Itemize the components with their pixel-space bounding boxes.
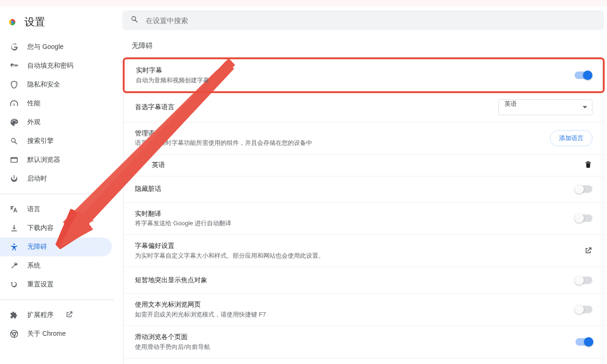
row-subtitle: 如需开启或关闭光标浏览模式，请使用快捷键 F7 bbox=[135, 310, 566, 319]
sidebar-item-reset[interactable]: 重置设置 bbox=[0, 275, 112, 294]
translate-icon bbox=[9, 205, 19, 214]
sidebar-item-label: 下载内容 bbox=[27, 224, 54, 232]
key-icon bbox=[9, 61, 19, 71]
row-title: 滑动浏览各个页面 bbox=[135, 332, 566, 342]
sidebar-item-you-google[interactable]: 您与 Google bbox=[0, 38, 112, 56]
page-title: 设置 bbox=[24, 15, 45, 29]
sidebar-item-label: 语言 bbox=[27, 205, 40, 214]
sidebar-item-label: 外观 bbox=[27, 118, 40, 127]
search-box[interactable] bbox=[122, 10, 604, 30]
row-subtitle: 使用滑动手势向后/向前导航 bbox=[135, 343, 566, 351]
brand-row: 设置 bbox=[0, 11, 122, 38]
toggle-swipe-navigation[interactable] bbox=[575, 338, 592, 346]
sidebar-item-label: 关于 Chrome bbox=[27, 330, 66, 338]
row-focus-highlight[interactable]: 短暂地突出显示焦点对象 bbox=[124, 267, 604, 293]
sidebar-item-about[interactable]: 关于 Chrome bbox=[0, 324, 112, 343]
row-title: 隐藏脏话 bbox=[135, 184, 566, 194]
sidebar-item-label: 系统 bbox=[27, 261, 40, 270]
select-preferred-language[interactable]: 英语 bbox=[498, 99, 592, 115]
chrome-logo-icon bbox=[8, 17, 17, 27]
sidebar-item-downloads[interactable]: 下载内容 bbox=[0, 219, 112, 237]
chrome-outline-icon bbox=[9, 329, 19, 339]
window-top-strip bbox=[0, 0, 607, 7]
sidebar-item-label: 搜索引擎 bbox=[27, 137, 54, 145]
sidebar-item-extensions[interactable]: 扩展程序 bbox=[0, 306, 112, 324]
toggle-live-translate[interactable] bbox=[575, 214, 592, 222]
sidebar-item-accessibility[interactable]: 无障碍 bbox=[0, 237, 112, 256]
shield-icon bbox=[9, 80, 19, 89]
toggle-caret-browsing[interactable] bbox=[575, 306, 592, 313]
extension-icon bbox=[9, 310, 19, 320]
sidebar-item-on-startup[interactable]: 启动时 bbox=[0, 169, 112, 188]
sidebar-item-label: 启动时 bbox=[27, 174, 47, 183]
sidebar-item-label: 自动填充和密码 bbox=[27, 62, 73, 70]
search-icon bbox=[9, 136, 19, 146]
row-preferred-language: 首选字幕语言 英语 bbox=[124, 92, 604, 122]
google-g-icon bbox=[9, 42, 19, 52]
sidebar-item-label: 扩展程序 bbox=[27, 311, 54, 319]
row-add-accessibility[interactable]: 添加无障碍功能 打开 Chrome 应用商店 bbox=[124, 358, 604, 364]
sidebar-item-autofill[interactable]: 自动填充和密码 bbox=[0, 56, 112, 75]
row-title: 管理语言 bbox=[135, 129, 541, 138]
row-title: 字幕偏好设置 bbox=[135, 241, 575, 251]
toggle-hide-profanity[interactable] bbox=[575, 185, 592, 193]
power-icon bbox=[9, 174, 19, 183]
row-caret-browsing[interactable]: 使用文本光标浏览网页 如需开启或关闭光标浏览模式，请使用快捷键 F7 bbox=[124, 293, 604, 325]
row-live-caption[interactable]: 实时字幕 自动为音频和视频创建字幕 bbox=[123, 57, 605, 93]
sidebar-item-label: 隐私和安全 bbox=[27, 80, 60, 89]
row-subtitle: 将字幕发送给 Google 进行自动翻译 bbox=[135, 219, 566, 228]
sidebar-item-system[interactable]: 系统 bbox=[0, 256, 112, 275]
palette-icon bbox=[9, 118, 19, 127]
delete-language-button[interactable] bbox=[584, 160, 592, 170]
language-label: 英语 bbox=[152, 161, 165, 169]
sidebar-item-label: 默认浏览器 bbox=[27, 156, 60, 164]
sidebar-item-label: 您与 Google bbox=[27, 43, 63, 51]
accessibility-icon bbox=[9, 242, 19, 252]
row-hide-profanity[interactable]: 隐藏脏话 bbox=[124, 176, 604, 202]
svg-point-3 bbox=[13, 244, 15, 245]
toggle-live-caption[interactable] bbox=[575, 71, 591, 79]
section-title: 无障碍 bbox=[132, 41, 607, 50]
divider bbox=[0, 300, 114, 300]
add-language-button[interactable]: 添加语言 bbox=[550, 130, 592, 146]
row-manage-languages: 管理语言 语言包是实时字幕功能所需使用的组件，并且会存储在您的设备中 添加语言 bbox=[124, 122, 604, 154]
row-subtitle: 语言包是实时字幕功能所需使用的组件，并且会存储在您的设备中 bbox=[135, 139, 541, 147]
sidebar-item-label: 重置设置 bbox=[27, 280, 54, 289]
select-value: 英语 bbox=[505, 100, 517, 107]
row-live-translate[interactable]: 实时翻译 将字幕发送给 Google 进行自动翻译 bbox=[124, 202, 604, 235]
row-subtitle: 为实时字幕自定义字幕大小和样式。部分应用和网站也会使用此设置。 bbox=[135, 252, 575, 260]
row-subtitle: 自动为音频和视频创建字幕 bbox=[136, 76, 565, 85]
row-swipe-navigation[interactable]: 滑动浏览各个页面 使用滑动手势向后/向前导航 bbox=[124, 325, 604, 358]
sidebar-item-privacy[interactable]: 隐私和安全 bbox=[0, 75, 112, 94]
wrench-icon bbox=[9, 261, 19, 270]
sidebar-item-appearance[interactable]: 外观 bbox=[0, 113, 112, 132]
row-caption-preferences[interactable]: 字幕偏好设置 为实时字幕自定义字幕大小和样式。部分应用和网站也会使用此设置。 bbox=[124, 234, 604, 267]
open-in-new-icon[interactable] bbox=[584, 246, 592, 255]
search-icon bbox=[130, 15, 139, 26]
sidebar-item-label: 性能 bbox=[27, 99, 40, 108]
open-in-new-icon bbox=[65, 310, 73, 320]
sidebar-item-label: 无障碍 bbox=[27, 243, 47, 251]
sidebar-item-languages[interactable]: 语言 bbox=[0, 200, 112, 219]
reset-icon bbox=[9, 280, 19, 289]
row-title: 短暂地突出显示焦点对象 bbox=[135, 276, 566, 285]
row-title: 首选字幕语言 bbox=[135, 103, 489, 112]
sidebar-item-default-browser[interactable]: 默认浏览器 bbox=[0, 150, 112, 169]
sidebar-item-search-engine[interactable]: 搜索引擎 bbox=[0, 132, 112, 150]
speedometer-icon bbox=[9, 99, 19, 108]
toggle-focus-highlight[interactable] bbox=[575, 277, 592, 284]
settings-panel: 实时字幕 自动为音频和视频创建字幕 首选字幕语言 英语 管理语言 bbox=[123, 58, 604, 364]
row-title: 使用文本光标浏览网页 bbox=[135, 300, 566, 309]
download-icon bbox=[9, 223, 19, 233]
language-item: 英语 bbox=[124, 154, 604, 176]
row-title: 实时翻译 bbox=[135, 209, 566, 219]
sidebar: 设置 您与 Google 自动填充和密码 隐私和安全 bbox=[0, 7, 122, 364]
row-title: 实时字幕 bbox=[136, 66, 565, 75]
sidebar-item-performance[interactable]: 性能 bbox=[0, 94, 112, 113]
divider bbox=[0, 194, 114, 194]
search-input[interactable] bbox=[145, 16, 597, 25]
browser-icon bbox=[9, 155, 19, 165]
